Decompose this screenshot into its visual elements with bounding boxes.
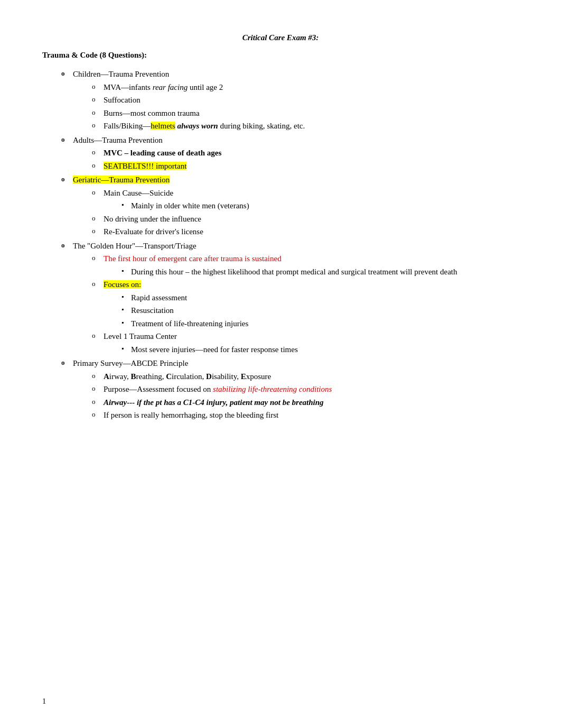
list-item: MVA—infants rear facing until age 2 bbox=[89, 81, 519, 94]
list-item: Burns—most common trauma bbox=[89, 107, 519, 119]
list-item: Mainly in older white men (veterans) bbox=[119, 200, 519, 212]
list-item: Primary Survey—ABCDE Principle Airway, B… bbox=[58, 357, 519, 421]
page-number: 1 bbox=[42, 696, 46, 707]
sub-list: The first hour of emergent care after tr… bbox=[73, 253, 519, 355]
list-item: SEATBELTS!!! important bbox=[89, 160, 519, 172]
list-item: MVC – leading cause of death ages bbox=[89, 147, 519, 159]
list-item: If person is really hemorrhaging, stop t… bbox=[89, 409, 519, 421]
sub-list: Main Cause—Suicide Mainly in older white… bbox=[73, 187, 519, 238]
list-item: Purpose—Assessment focused on stabilizin… bbox=[89, 383, 519, 395]
sub-list: Airway, Breathing, Circulation, Disabili… bbox=[73, 371, 519, 421]
list-item: The first hour of emergent care after tr… bbox=[89, 253, 519, 278]
list-item: Re-Evaluate for driver's license bbox=[89, 226, 519, 238]
list-item: The "Golden Hour"—Transport/Triage The f… bbox=[58, 240, 519, 356]
section-title: Trauma & Code (8 Questions): bbox=[42, 49, 519, 61]
page-title: Critical Care Exam #3: bbox=[42, 32, 519, 44]
list-item: Level 1 Trauma Center Most severe injuri… bbox=[89, 330, 519, 355]
list-item: Children—Trauma Prevention MVA—infants r… bbox=[58, 68, 519, 132]
list-item: Main Cause—Suicide Mainly in older white… bbox=[89, 187, 519, 212]
list-item: Most severe injuries—need for faster res… bbox=[119, 344, 519, 356]
list-item: Rapid assessment bbox=[119, 292, 519, 304]
list-item: Focuses on: Rapid assessment Resuscitati… bbox=[89, 279, 519, 329]
list-item: Geriatric—Trauma Prevention Main Cause—S… bbox=[58, 174, 519, 238]
list-item: Falls/Biking—helmets always worn during … bbox=[89, 120, 519, 132]
list-item: Airway, Breathing, Circulation, Disabili… bbox=[89, 371, 519, 383]
sub-sub-list: Most severe injuries—need for faster res… bbox=[104, 344, 519, 356]
sub-sub-list: Mainly in older white men (veterans) bbox=[104, 200, 519, 212]
list-item: Suffocation bbox=[89, 94, 519, 106]
list-item: Treatment of life-threatening injuries bbox=[119, 318, 519, 330]
sub-list: MVC – leading cause of death ages SEATBE… bbox=[73, 147, 519, 172]
list-item: Resuscitation bbox=[119, 305, 519, 317]
sub-sub-list: During this hour – the highest likelihoo… bbox=[104, 266, 519, 278]
list-item: Airway--- if the pt has a C1-C4 injury, … bbox=[89, 397, 519, 409]
list-item: Adults—Trauma Prevention MVC – leading c… bbox=[58, 134, 519, 172]
sub-list: MVA—infants rear facing until age 2 Suff… bbox=[73, 81, 519, 132]
list-item: No driving under the influence bbox=[89, 213, 519, 225]
list-item: During this hour – the highest likelihoo… bbox=[119, 266, 519, 278]
sub-sub-list: Rapid assessment Resuscitation Treatment… bbox=[104, 292, 519, 330]
main-list: Children—Trauma Prevention MVA—infants r… bbox=[42, 68, 519, 421]
